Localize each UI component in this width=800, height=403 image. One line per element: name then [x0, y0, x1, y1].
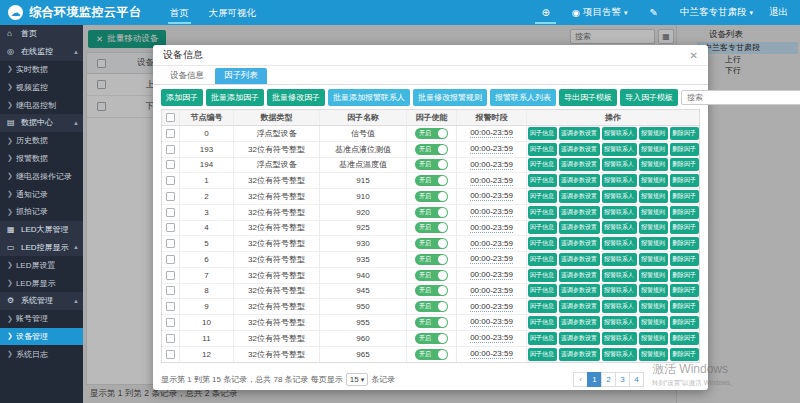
action-button-遥调参数设置[interactable]: 遥调参数设置	[559, 190, 600, 203]
action-button-删除因子[interactable]: 删除因子	[670, 269, 699, 282]
alarm-time-link[interactable]: 00:00-23:59	[470, 317, 513, 327]
action-button-报警联系人[interactable]: 报警联系人	[602, 284, 637, 297]
action-button-删除因子[interactable]: 删除因子	[670, 143, 699, 156]
action-button-遥调参数设置[interactable]: 遥调参数设置	[559, 253, 600, 266]
alarm-time-link[interactable]: 00:00-23:59	[470, 128, 513, 138]
action-button-因子信息[interactable]: 因子信息	[528, 237, 557, 250]
action-button-报警联系人[interactable]: 报警联系人	[602, 300, 637, 313]
sidebar-item-系统管理[interactable]: ⚙系统管理▲	[0, 292, 83, 310]
pagination-page-4[interactable]: 4	[629, 372, 644, 387]
action-button-因子信息[interactable]: 因子信息	[528, 253, 557, 266]
action-button-遥调参数设置[interactable]: 遥调参数设置	[559, 206, 600, 219]
enable-toggle[interactable]: 开启	[415, 301, 448, 312]
alarm-time-link[interactable]: 00:00-23:59	[470, 349, 513, 359]
sidebar-item-首页[interactable]: ⌂首页	[0, 25, 83, 43]
sidebar-item-LED大屏管理[interactable]: ▦LED大屏管理	[0, 221, 83, 239]
row-checkbox[interactable]	[166, 302, 175, 311]
alarm-time-link[interactable]: 00:00-23:59	[470, 207, 513, 217]
action-button-因子信息[interactable]: 因子信息	[528, 332, 557, 345]
row-checkbox[interactable]	[166, 223, 175, 232]
tab-因子列表[interactable]: 因子列表	[215, 68, 267, 84]
action-button-删除因子[interactable]: 删除因子	[670, 316, 699, 329]
action-button-遥调参数设置[interactable]: 遥调参数设置	[559, 284, 600, 297]
action-button-报警规则[interactable]: 报警规则	[639, 174, 668, 187]
enable-toggle[interactable]: 开启	[415, 270, 448, 281]
alarm-time-link[interactable]: 00:00-23:59	[470, 302, 513, 312]
alarm-time-link[interactable]: 00:00-23:59	[470, 254, 513, 264]
sidebar-item-抓拍记录[interactable]: ❯抓拍记录	[0, 203, 83, 221]
pagination-page-1[interactable]: 1	[587, 372, 602, 387]
sidebar-item-系统日志[interactable]: ❯系统日志	[0, 345, 83, 363]
sidebar-item-视频监控[interactable]: ❯视频监控	[0, 78, 83, 96]
enable-toggle[interactable]: 开启	[415, 191, 448, 202]
row-checkbox[interactable]	[166, 334, 175, 343]
action-button-报警规则[interactable]: 报警规则	[639, 206, 668, 219]
toolbar-button-报警联系人列表[interactable]: 报警联系人列表	[490, 89, 556, 106]
action-button-因子信息[interactable]: 因子信息	[528, 190, 557, 203]
toolbar-button-批量修改因子[interactable]: 批量修改因子	[267, 89, 325, 106]
action-button-报警规则[interactable]: 报警规则	[639, 284, 668, 297]
enable-toggle[interactable]: 开启	[415, 349, 448, 360]
row-checkbox[interactable]	[166, 192, 175, 201]
sidebar-item-设备管理[interactable]: ❯设备管理	[0, 328, 83, 346]
sidebar-item-账号管理[interactable]: ❯账号管理	[0, 310, 83, 328]
enable-toggle[interactable]: 开启	[415, 238, 448, 249]
enable-toggle[interactable]: 开启	[415, 128, 448, 139]
action-button-遥调参数设置[interactable]: 遥调参数设置	[559, 158, 600, 171]
pagination-page-3[interactable]: 3	[615, 372, 630, 387]
enable-toggle[interactable]: 开启	[415, 317, 448, 328]
row-checkbox[interactable]	[166, 129, 175, 138]
toolbar-button-批量修改报警规则[interactable]: 批量修改报警规则	[413, 89, 487, 106]
action-button-遥调参数设置[interactable]: 遥调参数设置	[559, 221, 600, 234]
action-button-遥调参数设置[interactable]: 遥调参数设置	[559, 300, 600, 313]
action-button-报警联系人[interactable]: 报警联系人	[602, 253, 637, 266]
action-button-遥调参数设置[interactable]: 遥调参数设置	[559, 269, 600, 282]
action-button-报警联系人[interactable]: 报警联系人	[602, 348, 637, 361]
action-button-遥调参数设置[interactable]: 遥调参数设置	[559, 237, 600, 250]
action-button-报警联系人[interactable]: 报警联系人	[602, 221, 637, 234]
action-button-报警规则[interactable]: 报警规则	[639, 143, 668, 156]
nav-item-首页[interactable]: 首页	[160, 0, 199, 25]
alarm-time-link[interactable]: 00:00-23:59	[470, 160, 513, 170]
row-checkbox[interactable]	[166, 208, 175, 217]
action-button-报警联系人[interactable]: 报警联系人	[602, 206, 637, 219]
sidebar-item-在线监控[interactable]: ◎在线监控▲	[0, 43, 83, 61]
sidebar-item-实时数据[interactable]: ❯实时数据	[0, 61, 83, 79]
action-button-因子信息[interactable]: 因子信息	[528, 269, 557, 282]
action-button-删除因子[interactable]: 删除因子	[670, 158, 699, 171]
action-button-报警联系人[interactable]: 报警联系人	[602, 174, 637, 187]
action-button-删除因子[interactable]: 删除因子	[670, 221, 699, 234]
action-button-删除因子[interactable]: 删除因子	[670, 348, 699, 361]
action-button-因子信息[interactable]: 因子信息	[528, 348, 557, 361]
enable-toggle[interactable]: 开启	[415, 159, 448, 170]
sidebar-item-通知记录[interactable]: ❯通知记录	[0, 185, 83, 203]
action-button-因子信息[interactable]: 因子信息	[528, 221, 557, 234]
select-all-checkbox[interactable]	[166, 113, 175, 122]
alarm-time-link[interactable]: 00:00-23:59	[470, 223, 513, 233]
enable-toggle[interactable]: 开启	[415, 207, 448, 218]
action-button-删除因子[interactable]: 删除因子	[670, 284, 699, 297]
enable-toggle[interactable]: 开启	[415, 285, 448, 296]
action-button-报警规则[interactable]: 报警规则	[639, 332, 668, 345]
row-checkbox[interactable]	[166, 350, 175, 359]
sidebar-item-数据中心[interactable]: ▤数据中心▲	[0, 114, 83, 132]
action-button-报警规则[interactable]: 报警规则	[639, 221, 668, 234]
row-checkbox[interactable]	[166, 239, 175, 248]
nav-item-大屏可视化[interactable]: 大屏可视化	[199, 0, 267, 25]
alarm-time-link[interactable]: 00:00-23:59	[470, 286, 513, 296]
edit-icon[interactable]: ✎	[638, 0, 670, 25]
row-checkbox[interactable]	[166, 145, 175, 154]
sidebar-item-LED控屏显示[interactable]: ▭LED控屏显示▲	[0, 239, 83, 257]
action-button-删除因子[interactable]: 删除因子	[670, 206, 699, 219]
action-button-报警规则[interactable]: 报警规则	[639, 300, 668, 313]
action-button-报警联系人[interactable]: 报警联系人	[602, 143, 637, 156]
row-checkbox[interactable]	[166, 160, 175, 169]
alarm-time-link[interactable]: 00:00-23:59	[470, 333, 513, 343]
action-button-报警规则[interactable]: 报警规则	[639, 269, 668, 282]
enable-toggle[interactable]: 开启	[415, 144, 448, 155]
action-button-因子信息[interactable]: 因子信息	[528, 127, 557, 140]
row-checkbox[interactable]	[166, 255, 175, 264]
action-button-报警规则[interactable]: 报警规则	[639, 158, 668, 171]
sidebar-item-历史数据[interactable]: ❯历史数据	[0, 132, 83, 150]
factor-search-input[interactable]	[681, 90, 800, 105]
